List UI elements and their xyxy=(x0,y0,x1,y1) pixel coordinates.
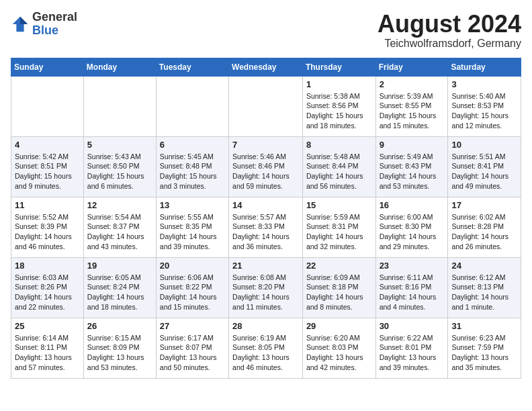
day-header-saturday: Saturday xyxy=(448,58,521,76)
day-header-sunday: Sunday xyxy=(11,58,84,76)
cell-info: Sunrise: 6:06 AM Sunset: 8:22 PM Dayligh… xyxy=(160,273,225,312)
cell-info: Sunrise: 5:54 AM Sunset: 8:37 PM Dayligh… xyxy=(87,212,152,252)
day-number: 1 xyxy=(306,79,372,89)
day-number: 8 xyxy=(306,140,372,150)
day-number: 5 xyxy=(87,140,152,150)
calendar-cell: 1Sunrise: 5:38 AM Sunset: 8:56 PM Daylig… xyxy=(302,76,375,136)
cell-info: Sunrise: 5:45 AM Sunset: 8:48 PM Dayligh… xyxy=(160,152,225,191)
cell-info: Sunrise: 6:20 AM Sunset: 8:03 PM Dayligh… xyxy=(306,333,372,373)
calendar-week-row: 18Sunrise: 6:03 AM Sunset: 8:26 PM Dayli… xyxy=(11,257,521,318)
cell-info: Sunrise: 6:17 AM Sunset: 8:07 PM Dayligh… xyxy=(160,333,225,373)
day-number: 25 xyxy=(15,321,80,331)
day-number: 11 xyxy=(15,200,80,210)
calendar-cell: 20Sunrise: 6:06 AM Sunset: 8:22 PM Dayli… xyxy=(156,257,228,318)
calendar-cell: 10Sunrise: 5:51 AM Sunset: 8:41 PM Dayli… xyxy=(448,136,521,197)
cell-info: Sunrise: 6:05 AM Sunset: 8:24 PM Dayligh… xyxy=(87,273,152,312)
cell-info: Sunrise: 6:12 AM Sunset: 8:13 PM Dayligh… xyxy=(451,273,517,312)
cell-info: Sunrise: 6:14 AM Sunset: 8:11 PM Dayligh… xyxy=(15,333,80,373)
cell-info: Sunrise: 6:03 AM Sunset: 8:26 PM Dayligh… xyxy=(15,273,80,312)
calendar-cell xyxy=(156,76,228,136)
day-number: 27 xyxy=(160,321,225,331)
cell-info: Sunrise: 5:52 AM Sunset: 8:39 PM Dayligh… xyxy=(15,212,80,252)
day-header-wednesday: Wednesday xyxy=(229,58,303,76)
day-number: 18 xyxy=(15,261,80,271)
cell-info: Sunrise: 5:43 AM Sunset: 8:50 PM Dayligh… xyxy=(87,152,152,191)
day-number: 26 xyxy=(87,321,152,331)
calendar-header-row: SundayMondayTuesdayWednesdayThursdayFrid… xyxy=(11,58,521,76)
calendar-cell: 31Sunrise: 6:23 AM Sunset: 7:59 PM Dayli… xyxy=(448,318,521,378)
page-header: General Blue August 2024 Teichwolframsdo… xyxy=(11,11,521,50)
cell-info: Sunrise: 5:57 AM Sunset: 8:33 PM Dayligh… xyxy=(232,212,299,252)
calendar-week-row: 1Sunrise: 5:38 AM Sunset: 8:56 PM Daylig… xyxy=(11,76,521,136)
day-number: 9 xyxy=(380,140,445,150)
calendar-cell: 27Sunrise: 6:17 AM Sunset: 8:07 PM Dayli… xyxy=(156,318,228,378)
cell-info: Sunrise: 6:09 AM Sunset: 8:18 PM Dayligh… xyxy=(306,273,372,312)
logo-general-text: General xyxy=(32,10,77,24)
cell-info: Sunrise: 5:51 AM Sunset: 8:41 PM Dayligh… xyxy=(451,152,517,191)
calendar-cell: 11Sunrise: 5:52 AM Sunset: 8:39 PM Dayli… xyxy=(11,197,84,257)
cell-info: Sunrise: 5:55 AM Sunset: 8:35 PM Dayligh… xyxy=(160,212,225,252)
calendar-cell: 4Sunrise: 5:42 AM Sunset: 8:51 PM Daylig… xyxy=(11,136,84,197)
calendar-cell: 23Sunrise: 6:11 AM Sunset: 8:16 PM Dayli… xyxy=(375,257,448,318)
cell-info: Sunrise: 6:11 AM Sunset: 8:16 PM Dayligh… xyxy=(380,273,445,312)
logo-blue-text: Blue xyxy=(32,24,58,37)
day-header-tuesday: Tuesday xyxy=(156,58,228,76)
cell-info: Sunrise: 6:19 AM Sunset: 8:05 PM Dayligh… xyxy=(232,333,299,373)
cell-info: Sunrise: 5:59 AM Sunset: 8:31 PM Dayligh… xyxy=(306,212,372,252)
calendar-cell: 7Sunrise: 5:46 AM Sunset: 8:46 PM Daylig… xyxy=(229,136,303,197)
cell-info: Sunrise: 6:22 AM Sunset: 8:01 PM Dayligh… xyxy=(380,333,445,373)
calendar-table: SundayMondayTuesdayWednesdayThursdayFrid… xyxy=(11,58,521,379)
calendar-cell: 15Sunrise: 5:59 AM Sunset: 8:31 PM Dayli… xyxy=(302,197,375,257)
day-number: 10 xyxy=(451,140,517,150)
day-number: 15 xyxy=(306,200,372,210)
day-number: 16 xyxy=(380,200,445,210)
day-header-thursday: Thursday xyxy=(302,58,375,76)
calendar-cell: 16Sunrise: 6:00 AM Sunset: 8:30 PM Dayli… xyxy=(375,197,448,257)
calendar-cell: 24Sunrise: 6:12 AM Sunset: 8:13 PM Dayli… xyxy=(448,257,521,318)
calendar-cell: 13Sunrise: 5:55 AM Sunset: 8:35 PM Dayli… xyxy=(156,197,228,257)
day-number: 19 xyxy=(87,261,152,271)
day-number: 7 xyxy=(232,140,299,150)
calendar-cell: 17Sunrise: 6:02 AM Sunset: 8:28 PM Dayli… xyxy=(448,197,521,257)
calendar-cell: 22Sunrise: 6:09 AM Sunset: 8:18 PM Dayli… xyxy=(302,257,375,318)
day-number: 30 xyxy=(380,321,445,331)
cell-info: Sunrise: 5:39 AM Sunset: 8:55 PM Dayligh… xyxy=(380,91,445,131)
day-number: 29 xyxy=(306,321,372,331)
calendar-week-row: 11Sunrise: 5:52 AM Sunset: 8:39 PM Dayli… xyxy=(11,197,521,257)
calendar-cell xyxy=(229,76,303,136)
day-number: 23 xyxy=(380,261,445,271)
title-block: August 2024 Teichwolframsdorf, Germany xyxy=(378,11,521,50)
day-header-friday: Friday xyxy=(375,58,448,76)
day-number: 14 xyxy=(232,200,299,210)
logo: General Blue xyxy=(11,11,77,38)
day-number: 17 xyxy=(451,200,517,210)
day-number: 3 xyxy=(451,79,517,89)
calendar-cell xyxy=(11,76,84,136)
calendar-cell: 30Sunrise: 6:22 AM Sunset: 8:01 PM Dayli… xyxy=(375,318,448,378)
calendar-cell: 14Sunrise: 5:57 AM Sunset: 8:33 PM Dayli… xyxy=(229,197,303,257)
logo-icon xyxy=(11,15,30,34)
cell-info: Sunrise: 5:49 AM Sunset: 8:43 PM Dayligh… xyxy=(380,152,445,191)
day-number: 22 xyxy=(306,261,372,271)
cell-info: Sunrise: 5:40 AM Sunset: 8:53 PM Dayligh… xyxy=(451,91,517,131)
day-number: 28 xyxy=(232,321,299,331)
calendar-cell: 3Sunrise: 5:40 AM Sunset: 8:53 PM Daylig… xyxy=(448,76,521,136)
calendar-cell: 26Sunrise: 6:15 AM Sunset: 8:09 PM Dayli… xyxy=(83,318,156,378)
day-number: 12 xyxy=(87,200,152,210)
cell-info: Sunrise: 6:15 AM Sunset: 8:09 PM Dayligh… xyxy=(87,333,152,373)
location-subtitle: Teichwolframsdorf, Germany xyxy=(378,38,521,50)
calendar-cell: 19Sunrise: 6:05 AM Sunset: 8:24 PM Dayli… xyxy=(83,257,156,318)
cell-info: Sunrise: 5:42 AM Sunset: 8:51 PM Dayligh… xyxy=(15,152,80,191)
calendar-week-row: 25Sunrise: 6:14 AM Sunset: 8:11 PM Dayli… xyxy=(11,318,521,378)
day-number: 2 xyxy=(380,79,445,89)
calendar-cell: 25Sunrise: 6:14 AM Sunset: 8:11 PM Dayli… xyxy=(11,318,84,378)
day-number: 4 xyxy=(15,140,80,150)
calendar-cell: 9Sunrise: 5:49 AM Sunset: 8:43 PM Daylig… xyxy=(375,136,448,197)
day-number: 13 xyxy=(160,200,225,210)
day-header-monday: Monday xyxy=(83,58,156,76)
month-year-title: August 2024 xyxy=(378,11,521,38)
calendar-cell: 6Sunrise: 5:45 AM Sunset: 8:48 PM Daylig… xyxy=(156,136,228,197)
svg-marker-1 xyxy=(20,17,28,24)
calendar-cell xyxy=(83,76,156,136)
calendar-cell: 29Sunrise: 6:20 AM Sunset: 8:03 PM Dayli… xyxy=(302,318,375,378)
